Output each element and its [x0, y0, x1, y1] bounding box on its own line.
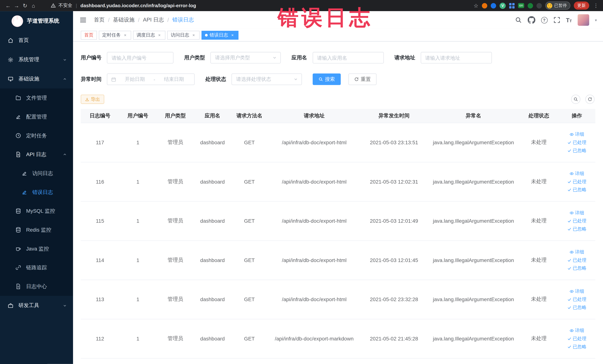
- sidebar-item-log-center[interactable]: 日志中心: [0, 277, 73, 296]
- sidebar-item-java-monitor[interactable]: Java 监控: [0, 239, 73, 258]
- column-header-actions: 操作: [558, 109, 595, 123]
- exception-time-range-picker[interactable]: 开始日期 - 结束日期: [107, 73, 195, 85]
- bookmark-star-icon[interactable]: ☆: [474, 2, 478, 9]
- infrastructure-submenu: 文件管理 配置管理 定时任务 API 日志: [0, 88, 73, 296]
- mark-ignored-link[interactable]: 已忽略: [567, 343, 587, 350]
- tab-home[interactable]: 首页: [81, 31, 97, 39]
- mark-ignored-link[interactable]: 已忽略: [567, 265, 587, 271]
- tab-error-log[interactable]: 错误日志 ×: [201, 31, 238, 39]
- mark-processed-link[interactable]: 已处理: [567, 139, 587, 146]
- mark-ignored-link[interactable]: 已忽略: [567, 186, 587, 193]
- mark-processed-link[interactable]: 已处理: [567, 257, 587, 263]
- detail-link[interactable]: 详细: [570, 131, 584, 137]
- user-avatar[interactable]: [578, 14, 589, 26]
- request-url-input[interactable]: [421, 52, 492, 63]
- mark-processed-link[interactable]: 已处理: [567, 296, 587, 303]
- cell-user-id: 1: [119, 319, 156, 358]
- cell-status: 未处理: [519, 319, 558, 358]
- detail-link[interactable]: 详细: [570, 327, 584, 334]
- sidebar-item-config-management[interactable]: 配置管理: [0, 107, 73, 126]
- fullscreen-icon[interactable]: [553, 16, 560, 23]
- mark-ignored-link[interactable]: 已忽略: [567, 147, 587, 154]
- close-icon[interactable]: ×: [123, 33, 128, 37]
- breadcrumb-infrastructure[interactable]: 基础设施: [113, 16, 135, 23]
- mark-processed-link[interactable]: 已处理: [567, 218, 587, 224]
- extension-icon[interactable]: [528, 3, 533, 8]
- page-url[interactable]: dashboard.yudao.iocoder.cn/infra/log/api…: [81, 3, 196, 8]
- mark-ignored-link[interactable]: 已忽略: [567, 226, 587, 232]
- vue-devtools-extension-icon[interactable]: V: [499, 2, 506, 9]
- sidebar-item-infrastructure[interactable]: 基础设施: [0, 69, 73, 88]
- font-size-icon[interactable]: TT: [566, 17, 572, 23]
- sidebar-item-redis-monitor[interactable]: Redis 监控: [0, 221, 73, 239]
- profile-avatar-emoji: [547, 3, 552, 8]
- sidebar-item-trace[interactable]: 链路追踪: [0, 258, 73, 277]
- search-icon: [318, 77, 323, 82]
- reset-button[interactable]: 重置: [348, 73, 376, 85]
- detail-link[interactable]: 详细: [570, 210, 584, 216]
- user-id-input[interactable]: [107, 52, 174, 63]
- caret-down-icon[interactable]: ▾: [595, 18, 597, 22]
- browser-reload-icon[interactable]: ↻: [21, 1, 29, 10]
- mark-ignored-link[interactable]: 已忽略: [567, 304, 587, 311]
- sidebar-item-home[interactable]: 首页: [0, 31, 73, 50]
- cell-request-url: /api/infra/db-doc/export-html: [268, 123, 360, 162]
- browser-home-icon[interactable]: ⌂: [29, 1, 38, 10]
- cell-method: GET: [231, 240, 268, 280]
- toggle-search-button[interactable]: [571, 94, 580, 104]
- sidebar-item-dev-tools[interactable]: 研发工具: [0, 296, 73, 315]
- sidebar-item-mysql-monitor[interactable]: MySQL 监控: [0, 201, 73, 221]
- detail-link[interactable]: 详细: [570, 249, 584, 255]
- browser-update-button[interactable]: 更新: [574, 1, 589, 10]
- cell-status: 未处理: [519, 240, 558, 280]
- close-icon[interactable]: ×: [230, 33, 235, 37]
- detail-link[interactable]: 详细: [570, 288, 584, 294]
- close-icon[interactable]: ×: [191, 33, 196, 37]
- tab-access-log[interactable]: 访问日志 ×: [167, 31, 199, 39]
- sidebar-item-access-log[interactable]: 访问日志: [0, 164, 73, 183]
- browser-menu-icon[interactable]: ⋮: [593, 3, 599, 9]
- app-name-input[interactable]: [313, 52, 384, 63]
- cell-request-url: /api/infra/db-doc/export-html: [268, 240, 360, 280]
- detail-link[interactable]: 详细: [570, 170, 584, 177]
- sidebar-collapse-icon[interactable]: [79, 16, 87, 24]
- table-row: 114 1 管理员 dashboard GET /api/infra/db-do…: [81, 240, 595, 280]
- extension-on-badge[interactable]: on: [518, 3, 524, 8]
- security-label[interactable]: 不安全: [58, 2, 72, 9]
- extension-grid-icon[interactable]: [509, 3, 515, 8]
- address-bar[interactable]: 不安全 | dashboard.yudao.iocoder.cn/infra/l…: [51, 2, 196, 9]
- close-icon[interactable]: ×: [157, 33, 162, 37]
- sidebar-item-file-management[interactable]: 文件管理: [0, 88, 73, 107]
- extension-icon[interactable]: [482, 3, 487, 8]
- sidebar-item-system-management[interactable]: 系统管理: [0, 50, 73, 69]
- github-icon[interactable]: [528, 16, 535, 24]
- help-icon[interactable]: ?: [541, 17, 547, 23]
- mark-processed-link[interactable]: 已处理: [567, 178, 587, 185]
- search-icon[interactable]: [515, 16, 522, 23]
- profile-paused-chip[interactable]: 已暂停: [545, 1, 570, 10]
- tab-scheduled-tasks[interactable]: 定时任务 ×: [99, 31, 131, 39]
- browser-back-icon[interactable]: ←: [4, 1, 12, 10]
- sidebar-item-api-logs[interactable]: API 日志: [0, 145, 73, 164]
- cell-actions: 详细 已处理 已忽略: [558, 162, 595, 201]
- mark-processed-link[interactable]: 已处理: [567, 335, 587, 342]
- user-type-select[interactable]: 请选择用户类型: [210, 52, 281, 63]
- breadcrumb-api-logs[interactable]: API 日志: [143, 16, 164, 23]
- extension-icon[interactable]: [491, 3, 496, 8]
- table-header-row: 日志编号 用户编号 用户类型 应用名 请求方法名 请求地址 异常发生时间 异常名…: [81, 109, 595, 123]
- browser-forward-icon[interactable]: →: [12, 1, 21, 10]
- cell-method: GET: [231, 162, 268, 201]
- extension-icon[interactable]: [536, 3, 542, 8]
- search-button[interactable]: 搜索: [313, 73, 341, 85]
- sidebar-item-scheduled-tasks[interactable]: 定时任务: [0, 126, 73, 145]
- sidebar-item-error-log[interactable]: 错误日志: [0, 183, 73, 201]
- process-status-select[interactable]: 请选择处理状态: [232, 73, 302, 85]
- cell-status: 未处理: [519, 280, 558, 319]
- breadcrumb-home[interactable]: 首页: [94, 16, 104, 23]
- cell-exception-name: java.lang.IllegalArgumentException: [428, 123, 519, 162]
- column-header-exception-name: 异常名: [428, 109, 519, 123]
- app-logo[interactable]: 芋道管理系统: [0, 11, 73, 31]
- export-button[interactable]: 导出: [81, 94, 104, 104]
- refresh-button[interactable]: [585, 94, 595, 104]
- tab-dispatch-log[interactable]: 调度日志 ×: [133, 31, 165, 39]
